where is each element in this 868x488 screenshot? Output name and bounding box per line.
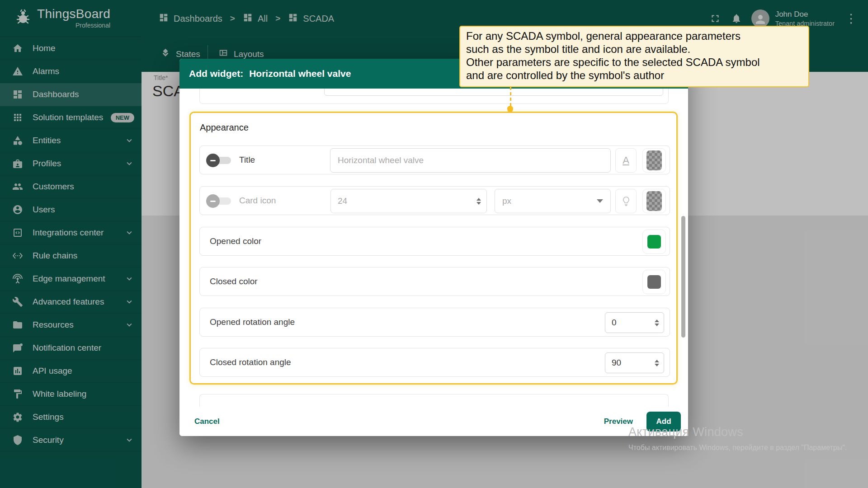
next-section-card-partial xyxy=(199,394,669,407)
closed-rotation-input-wrap xyxy=(605,352,664,373)
icon-size-input xyxy=(338,196,476,206)
opened-rotation-input[interactable] xyxy=(612,318,655,328)
tooltip-line: For any SCADA symbol, general appearance… xyxy=(466,29,802,42)
font-settings-label: A xyxy=(623,155,629,166)
cancel-button[interactable]: Cancel xyxy=(194,417,220,426)
help-tooltip: For any SCADA symbol, general appearance… xyxy=(459,26,809,87)
opened-rotation-input-wrap xyxy=(605,312,664,333)
transparent-color-checker xyxy=(646,150,662,170)
icon-size-unit-select: px xyxy=(495,189,611,213)
closed-color-chip xyxy=(647,275,661,289)
opened-rotation-row: Opened rotation angle xyxy=(199,308,670,337)
add-widget-dialog: Add widget: Horizontal wheel valve Appea… xyxy=(179,59,688,436)
previous-field-partial xyxy=(324,89,663,96)
section-title: Appearance xyxy=(200,122,249,133)
title-label: Title xyxy=(239,155,255,165)
add-button[interactable]: Add xyxy=(646,412,681,432)
icon-color-button xyxy=(642,189,666,213)
preview-button[interactable]: Preview xyxy=(604,417,633,426)
dialog-body: Appearance Title A Card icon xyxy=(179,89,688,407)
closed-rotation-stepper[interactable] xyxy=(655,360,659,366)
card-icon-label: Card icon xyxy=(239,196,276,206)
card-icon-row: Card icon px xyxy=(199,186,670,215)
screen: ThingsBoard Professional Home Alarms Das… xyxy=(0,0,868,488)
title-input[interactable] xyxy=(330,148,611,173)
icon-size-input-wrap xyxy=(330,189,487,213)
dialog-title-prefix: Add widget: xyxy=(189,68,243,79)
dialog-widget-name: Horizontal wheel valve xyxy=(249,68,351,79)
opened-color-chip xyxy=(647,235,661,249)
tooltip-line: Other parameters are specific to the sel… xyxy=(466,56,802,69)
dialog-footer: Cancel Preview Add xyxy=(179,407,688,436)
opened-color-label: Opened color xyxy=(210,236,261,246)
opened-rotation-stepper[interactable] xyxy=(655,319,659,326)
closed-color-label: Closed color xyxy=(210,277,258,286)
opened-color-row: Opened color xyxy=(199,227,670,256)
tooltip-line: such as the symbol title and icon are av… xyxy=(466,42,802,56)
transparent-color-checker xyxy=(646,191,662,211)
closed-rotation-label: Closed rotation angle xyxy=(210,357,291,367)
tooltip-line: and are controlled by the symbol's autho… xyxy=(466,69,802,82)
closed-color-swatch-button[interactable] xyxy=(642,270,666,294)
closed-color-row: Closed color xyxy=(199,267,670,296)
unit-value: px xyxy=(502,196,597,206)
opened-color-swatch-button[interactable] xyxy=(642,230,666,254)
font-settings-button[interactable]: A xyxy=(615,148,637,173)
title-row: Title A xyxy=(199,145,670,174)
closed-rotation-row: Closed rotation angle xyxy=(199,348,670,377)
opened-rotation-label: Opened rotation angle xyxy=(210,317,295,327)
dropdown-arrow-icon xyxy=(597,199,603,203)
card-icon-toggle[interactable] xyxy=(206,194,233,208)
dialog-scrollbar[interactable] xyxy=(681,216,685,338)
appearance-section: Appearance Title A Card icon xyxy=(189,112,678,385)
icon-picker-button xyxy=(615,189,637,213)
tooltip-connector-line xyxy=(510,87,511,108)
title-toggle[interactable] xyxy=(206,153,233,168)
title-color-button[interactable] xyxy=(642,148,666,173)
icon-size-stepper xyxy=(476,198,481,205)
closed-rotation-input[interactable] xyxy=(612,358,655,368)
